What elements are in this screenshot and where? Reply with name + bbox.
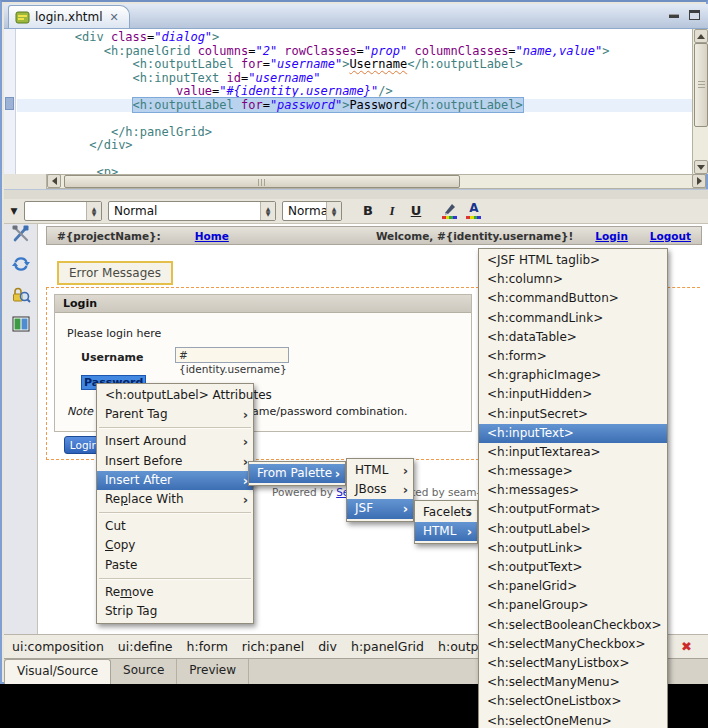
menu-item[interactable]: <h:selectManyCheckbox> xyxy=(479,635,667,654)
menu-item[interactable]: <h:dataTable> xyxy=(479,328,667,347)
toolbar-menu-chevron-icon[interactable]: ▼ xyxy=(4,206,24,216)
tab-login-xhtml[interactable]: login.xhtml ✕ xyxy=(8,5,130,28)
editor-splitter-sash[interactable]: ▲ ▼ xyxy=(4,189,708,199)
menu-item[interactable]: <h:outputFormat> xyxy=(479,500,667,519)
menu-item[interactable]: Facelets› xyxy=(415,503,477,522)
username-input[interactable]: #{identity.username} xyxy=(175,347,289,363)
code-line[interactable]: <h:outputLabel for="username">Username</… xyxy=(17,58,692,72)
minimize-icon[interactable] xyxy=(669,15,679,18)
lock-search-icon[interactable] xyxy=(11,284,31,304)
code-line-selected[interactable]: <h:outputLabel for="password">Password</… xyxy=(17,99,692,113)
underline-button[interactable]: U xyxy=(404,201,428,221)
scroll-down-arrow[interactable] xyxy=(694,160,708,174)
login-link[interactable]: Login xyxy=(595,230,628,242)
menu-item[interactable]: <h:outputLabel> xyxy=(479,520,667,539)
combo-stepper-icon[interactable]: ▲▼ xyxy=(86,202,101,220)
paragraph-format-combo[interactable]: Normal ▲▼ xyxy=(108,201,276,221)
menu-item[interactable]: Parent Tag› xyxy=(97,405,253,424)
mode-tab-preview[interactable]: Preview xyxy=(177,659,249,684)
menu-item[interactable]: JSF› xyxy=(347,499,413,518)
vertical-scrollbar[interactable] xyxy=(692,29,708,174)
scroll-right-arrow[interactable] xyxy=(692,174,706,188)
menu-item[interactable]: <h:outputText> xyxy=(479,558,667,577)
menu-item[interactable]: <h:message> xyxy=(479,462,667,481)
code-line[interactable]: <h:inputText id="username" xyxy=(17,72,692,86)
breadcrumb-item[interactable]: h:panelGrid xyxy=(351,639,424,654)
vertical-scroll-thumb[interactable] xyxy=(694,43,708,127)
code-line[interactable]: </h:panelGrid> xyxy=(17,126,692,140)
font-color-icon[interactable]: A xyxy=(462,201,486,221)
menu-item[interactable]: From Palette› xyxy=(249,464,345,483)
scroll-left-arrow[interactable] xyxy=(47,174,61,188)
breadcrumb-item[interactable]: div xyxy=(318,639,337,654)
menu-item[interactable]: <h:selectOneMenu> xyxy=(479,712,667,728)
menu-item[interactable]: <h:selectOneListbox> xyxy=(479,692,667,711)
breadcrumb-item[interactable]: ui:composition xyxy=(12,639,104,654)
maximize-icon[interactable] xyxy=(689,10,700,20)
menu-item[interactable]: <h:inputHidden> xyxy=(479,385,667,404)
combo-stepper-icon[interactable]: ▲▼ xyxy=(260,202,275,220)
menu-item[interactable]: <h:commandButton> xyxy=(479,289,667,308)
menu-item[interactable]: <h:inputText> xyxy=(479,424,667,443)
menu-item[interactable]: <h:graphicImage> xyxy=(479,366,667,385)
menu-item[interactable]: <h:selectManyListbox> xyxy=(479,654,667,673)
code-line[interactable] xyxy=(17,153,692,167)
style-class-combo[interactable]: ▲▼ xyxy=(24,201,102,221)
menu-item[interactable]: Remove xyxy=(97,583,253,602)
source-editor[interactable]: <div class="dialog"> <h:panelGrid column… xyxy=(4,28,708,174)
close-icon[interactable]: ✕ xyxy=(109,11,118,24)
code-line[interactable]: <p> xyxy=(17,166,692,174)
code-line[interactable]: <div class="dialog"> xyxy=(17,31,692,45)
menu-item[interactable]: Insert Before› xyxy=(97,452,253,471)
menu-item[interactable]: <h:panelGroup> xyxy=(479,596,667,615)
breadcrumb-item[interactable]: ui:define xyxy=(118,639,173,654)
menu-item[interactable]: <h:commandLink> xyxy=(479,309,667,328)
code-line[interactable]: value="#{identity.username}"/> xyxy=(17,85,692,99)
menu-item[interactable]: <h:inputSecret> xyxy=(479,405,667,424)
code-line[interactable]: </div> xyxy=(17,139,692,153)
split-panels-icon[interactable] xyxy=(11,314,31,334)
breadcrumb-item[interactable]: rich:panel xyxy=(242,639,304,654)
menu-item[interactable]: <h:selectManyMenu> xyxy=(479,673,667,692)
bold-button[interactable]: B xyxy=(356,201,380,221)
refresh-icon[interactable] xyxy=(11,254,31,274)
menu-item[interactable]: Insert Around› xyxy=(97,432,253,451)
menu-item[interactable]: <h:column> xyxy=(479,270,667,289)
menu-item[interactable]: Replace With› xyxy=(97,490,253,509)
error-messages-placeholder[interactable]: Error Messages xyxy=(57,261,173,285)
logout-link[interactable]: Logout xyxy=(650,230,691,242)
highlight-pen-icon[interactable] xyxy=(438,201,462,221)
menu-item[interactable]: <h:selectBooleanCheckbox> xyxy=(479,616,667,635)
menu-item[interactable]: Cut xyxy=(97,517,253,536)
menu-item[interactable]: Copy xyxy=(97,536,253,555)
menu-item[interactable]: <h:form> xyxy=(479,347,667,366)
code-line[interactable] xyxy=(17,112,692,126)
close-breadcrumb-icon[interactable]: ✖ xyxy=(681,639,692,654)
combo-stepper-icon[interactable]: ▲▼ xyxy=(326,202,341,220)
mode-tab-source[interactable]: Source xyxy=(111,659,177,684)
menu-item[interactable]: HTML› xyxy=(415,522,477,541)
code-line[interactable]: <h:panelGrid columns="2" rowClasses="pro… xyxy=(17,45,692,59)
menu-item[interactable]: <h:outputLabel> Attributes xyxy=(97,386,253,405)
menu-item[interactable]: <h:messages> xyxy=(479,481,667,500)
home-link[interactable]: Home xyxy=(195,230,229,242)
scroll-up-arrow[interactable] xyxy=(694,29,708,43)
menu-item[interactable]: <JSF HTML taglib> xyxy=(479,251,667,270)
horizontal-scrollbar[interactable] xyxy=(46,174,706,189)
menu-item[interactable]: <h:outputLink> xyxy=(479,539,667,558)
menu-item[interactable]: JBoss› xyxy=(347,480,413,499)
menu-item[interactable]: Insert After› xyxy=(97,471,253,490)
italic-button[interactable]: I xyxy=(380,201,404,221)
menu-item[interactable]: Paste xyxy=(97,556,253,575)
horizontal-scroll-thumb[interactable] xyxy=(64,175,460,188)
breadcrumb-item[interactable]: h:form xyxy=(187,639,228,654)
font-size-combo[interactable]: Normal ▲▼ xyxy=(282,201,342,221)
preferences-tools-icon[interactable] xyxy=(11,224,31,244)
menu-item[interactable]: <h:panelGrid> xyxy=(479,577,667,596)
menu-item[interactable]: <h:inputTextarea> xyxy=(479,443,667,462)
menu-item[interactable]: Strip Tag xyxy=(97,602,253,621)
context-menu: <h:outputLabel> AttributesParent Tag›Ins… xyxy=(96,383,254,624)
menu-item[interactable]: HTML› xyxy=(347,461,413,480)
mode-tab-visual-source[interactable]: Visual/Source xyxy=(4,659,111,684)
source-code[interactable]: <div class="dialog"> <h:panelGrid column… xyxy=(17,29,692,174)
